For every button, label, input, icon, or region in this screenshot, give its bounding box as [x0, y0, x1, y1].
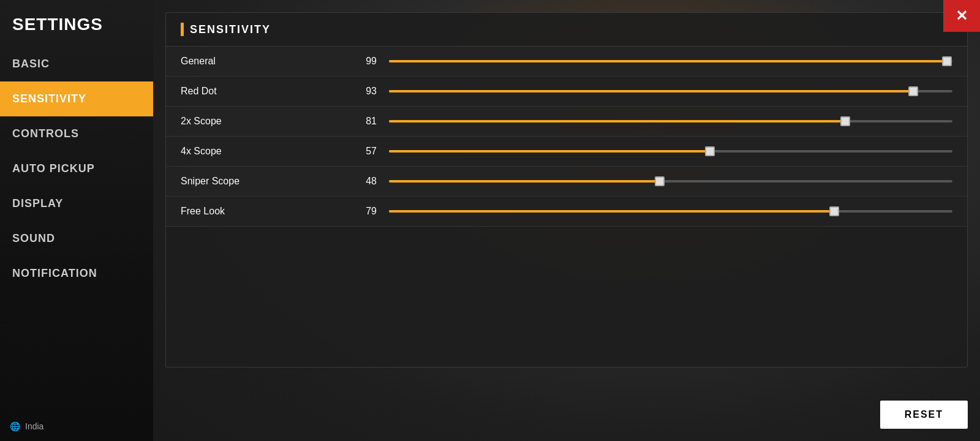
slider-value-4x-scope: 57: [340, 146, 377, 157]
settings-panel: SENSITIVITY General 99 Red Dot 93: [165, 12, 968, 368]
slider-fill-general: [389, 60, 947, 62]
slider-value-2x-scope: 81: [340, 116, 377, 127]
region-label: India: [25, 421, 43, 431]
sidebar: SETTINGS BASIC SENSITIVITY CONTROLS AUTO…: [0, 0, 153, 441]
sidebar-item-notification[interactable]: NOTIFICATION: [0, 256, 153, 291]
close-button[interactable]: ✕: [943, 0, 980, 32]
panel-header-accent: [181, 23, 184, 36]
slider-track-sniper-scope: [389, 180, 952, 183]
slider-thumb-sniper-scope[interactable]: [655, 176, 665, 186]
slider-track-4x-scope: [389, 150, 952, 153]
slider-label-red-dot: Red Dot: [181, 86, 340, 97]
slider-value-red-dot: 93: [340, 86, 377, 97]
slider-value-free-look: 79: [340, 206, 377, 217]
slider-row-red-dot: Red Dot 93: [166, 77, 967, 107]
slider-fill-4x-scope: [389, 150, 710, 153]
main-content: ✕ SENSITIVITY General 99 Red Dot 93: [153, 0, 980, 441]
reset-button[interactable]: RESET: [880, 401, 968, 429]
sidebar-item-basic[interactable]: BASIC: [0, 47, 153, 81]
slider-container-general[interactable]: [389, 55, 952, 67]
slider-thumb-red-dot[interactable]: [908, 86, 918, 96]
slider-row-free-look: Free Look 79: [166, 197, 967, 227]
sidebar-footer: 🌐 India: [10, 421, 43, 431]
slider-track-red-dot: [389, 90, 952, 92]
slider-container-sniper-scope[interactable]: [389, 175, 952, 187]
slider-fill-2x-scope: [389, 120, 845, 123]
slider-track-general: [389, 60, 952, 62]
sidebar-title: SETTINGS: [0, 0, 153, 47]
sidebar-item-sensitivity[interactable]: SENSITIVITY: [0, 81, 153, 116]
slider-label-sniper-scope: Sniper Scope: [181, 176, 340, 187]
slider-thumb-free-look[interactable]: [829, 206, 839, 216]
sidebar-item-auto-pickup[interactable]: AUTO PICKUP: [0, 151, 153, 186]
slider-thumb-4x-scope[interactable]: [705, 146, 715, 156]
slider-thumb-2x-scope[interactable]: [840, 116, 850, 126]
globe-icon: 🌐: [10, 421, 20, 431]
slider-row-general: General 99: [166, 47, 967, 77]
slider-track-free-look: [389, 210, 952, 213]
close-icon: ✕: [956, 7, 968, 24]
panel-header: SENSITIVITY: [166, 13, 967, 47]
panel-title: SENSITIVITY: [190, 23, 271, 36]
slider-container-2x-scope[interactable]: [389, 115, 952, 127]
slider-container-red-dot[interactable]: [389, 85, 952, 97]
sidebar-item-display[interactable]: DISPLAY: [0, 186, 153, 221]
slider-label-4x-scope: 4x Scope: [181, 146, 340, 157]
slider-value-sniper-scope: 48: [340, 176, 377, 187]
sidebar-item-controls[interactable]: CONTROLS: [0, 116, 153, 151]
slider-container-4x-scope[interactable]: [389, 145, 952, 157]
slider-row-2x-scope: 2x Scope 81: [166, 107, 967, 137]
sidebar-item-sound[interactable]: SOUND: [0, 221, 153, 256]
slider-fill-red-dot: [389, 90, 913, 92]
slider-row-4x-scope: 4x Scope 57: [166, 137, 967, 167]
slider-label-2x-scope: 2x Scope: [181, 116, 340, 127]
slider-row-sniper-scope: Sniper Scope 48: [166, 167, 967, 197]
slider-container-free-look[interactable]: [389, 205, 952, 217]
slider-fill-free-look: [389, 210, 834, 213]
slider-value-general: 99: [340, 56, 377, 67]
slider-thumb-general[interactable]: [942, 56, 952, 66]
slider-label-free-look: Free Look: [181, 206, 340, 217]
slider-track-2x-scope: [389, 120, 952, 123]
slider-label-general: General: [181, 56, 340, 67]
slider-fill-sniper-scope: [389, 180, 660, 183]
